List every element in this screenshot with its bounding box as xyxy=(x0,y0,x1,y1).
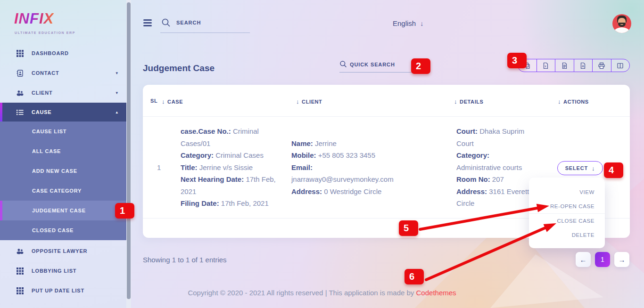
sidebar-scrollbar-thumb[interactable] xyxy=(127,2,131,299)
cause-submenu: CAUSE LIST ALL CASE ADD NEW CASE CASE CA… xyxy=(0,122,126,240)
annotation-badge-6: 6 xyxy=(405,269,424,284)
sidebar-subitem-cause-list[interactable]: CAUSE LIST xyxy=(0,122,126,141)
annotation-badge-3: 3 xyxy=(507,53,527,68)
column-header-actions[interactable]: ↓ACTIONS xyxy=(558,98,589,105)
menu-item-reopen-case[interactable]: RE-OPEN CASE xyxy=(529,199,605,213)
arrow-right-icon: → xyxy=(619,256,626,264)
pagination-prev-button[interactable]: ← xyxy=(576,252,591,267)
pagination-next-button[interactable]: → xyxy=(614,252,629,267)
sidebar-item-dashboard[interactable]: DASHBOARD xyxy=(0,43,126,63)
list-icon xyxy=(17,109,24,116)
sort-arrow-icon: ↓ xyxy=(162,98,165,105)
sidebar-subitem-add-new-case[interactable]: ADD NEW CASE xyxy=(0,161,126,181)
down-arrow-icon: ↓ xyxy=(420,20,423,27)
sidebar-subitem-closed-case[interactable]: CLOSED CASE xyxy=(0,220,126,240)
annotation-badge-1: 1 xyxy=(115,203,134,219)
menu-item-view[interactable]: VIEW xyxy=(529,185,605,199)
down-arrow-icon: ↓ xyxy=(592,165,595,172)
search-icon xyxy=(161,18,171,27)
grid-icon xyxy=(17,267,24,275)
annotation-badge-2: 2 xyxy=(411,58,430,74)
quick-search-underline xyxy=(339,72,413,73)
sort-arrow-icon: ↓ xyxy=(296,98,299,105)
svg-text:A: A xyxy=(582,64,584,68)
sidebar-scrollbar xyxy=(126,0,131,308)
brand-tagline: ULTIMATE EDUCATION ERP xyxy=(15,31,75,34)
annotation-badge-4: 4 xyxy=(604,162,623,178)
sidebar: INFIX ULTIMATE EDUCATION ERP DASHBOARD C… xyxy=(0,0,126,308)
user-avatar[interactable] xyxy=(612,14,631,33)
sidebar-subitem-all-case[interactable]: ALL CASE xyxy=(0,141,126,161)
annotation-badge-5: 5 xyxy=(399,220,418,236)
chevron-down-icon: ▾ xyxy=(116,71,118,75)
export-button-group: x A xyxy=(518,59,630,72)
row-client-cell: Name: Jerrine Mobile: +55 805 323 3455 E… xyxy=(291,117,414,218)
sidebar-subitem-judgement-case[interactable]: JUDGEMENT CASE xyxy=(0,201,126,220)
codethemes-link[interactable]: Codethemes xyxy=(416,289,456,297)
contact-book-icon xyxy=(17,70,24,77)
users-icon xyxy=(17,248,24,255)
chevron-up-icon: ▴ xyxy=(116,110,118,114)
sidebar-subitem-case-category[interactable]: CASE CATEGORY xyxy=(0,181,126,201)
column-header-client[interactable]: ↓CLIENT xyxy=(296,98,322,105)
print-button[interactable] xyxy=(592,59,611,72)
menu-item-close-case[interactable]: CLOSE CASE xyxy=(529,214,605,228)
sidebar-item-partial[interactable] xyxy=(0,303,126,308)
brand-logo: INFIX xyxy=(14,10,54,27)
chevron-down-icon: ▾ xyxy=(116,90,118,95)
footer-copyright: Copyright © 2020 - 2021 All rights reser… xyxy=(0,289,644,297)
sidebar-item-cause[interactable]: CAUSE ▴ xyxy=(0,103,126,122)
row-select-actions-button[interactable]: SELECT↓ xyxy=(557,161,603,175)
language-dropdown[interactable]: English↓ xyxy=(393,19,423,27)
actions-dropdown-menu: VIEW RE-OPEN CASE CLOSE CASE DELETE xyxy=(529,178,605,248)
svg-text:x: x xyxy=(545,64,546,67)
row-serial: 1 xyxy=(157,117,171,218)
quick-search-input[interactable]: QUICK SEARCH xyxy=(350,62,395,67)
column-visibility-button[interactable] xyxy=(611,59,630,72)
sidebar-item-client[interactable]: CLIENT ▾ xyxy=(0,83,126,103)
sidebar-item-contact[interactable]: CONTACT ▾ xyxy=(0,63,126,83)
column-header-details[interactable]: ↓DETAILS xyxy=(454,98,484,105)
grid-icon xyxy=(17,50,24,57)
export-excel-button[interactable]: x xyxy=(537,59,555,72)
pagination-page-1-button[interactable]: 1 xyxy=(595,252,610,267)
app-root: INFIX ULTIMATE EDUCATION ERP DASHBOARD C… xyxy=(0,0,644,308)
sort-arrow-icon: ↓ xyxy=(558,98,561,105)
entries-status-text: Showing 1 to 1 of 1 entries xyxy=(143,256,227,264)
sidebar-item-lobbying-list[interactable]: LOBBYING LIST xyxy=(0,261,126,281)
table-header-row: SL ↓CASE ↓CLIENT ↓DETAILS ↓ACTIONS xyxy=(143,85,630,117)
menu-item-delete[interactable]: DELETE xyxy=(529,228,605,242)
quick-search-icon xyxy=(339,60,347,68)
column-header-sl[interactable]: SL xyxy=(150,98,157,104)
users-icon xyxy=(17,89,24,97)
search-input[interactable]: SEARCH xyxy=(176,20,201,25)
page-title: Judgement Case xyxy=(143,63,215,73)
row-details-cell: Court: Dhaka Suprim Court Category: Admi… xyxy=(456,117,531,218)
hamburger-menu-button[interactable] xyxy=(143,19,152,28)
export-pdf-button[interactable]: A xyxy=(574,59,593,72)
column-header-case[interactable]: ↓CASE xyxy=(162,98,183,105)
arrow-left-icon: ← xyxy=(580,256,587,264)
export-csv-button[interactable] xyxy=(555,59,574,72)
search-underline xyxy=(160,32,250,33)
sort-arrow-icon: ↓ xyxy=(454,98,457,105)
sidebar-item-opposite-lawyer[interactable]: OPPOSITE LAWYER xyxy=(0,241,126,261)
row-case-cell: case.Case No.: Criminal Cases/01 Categor… xyxy=(181,117,277,218)
